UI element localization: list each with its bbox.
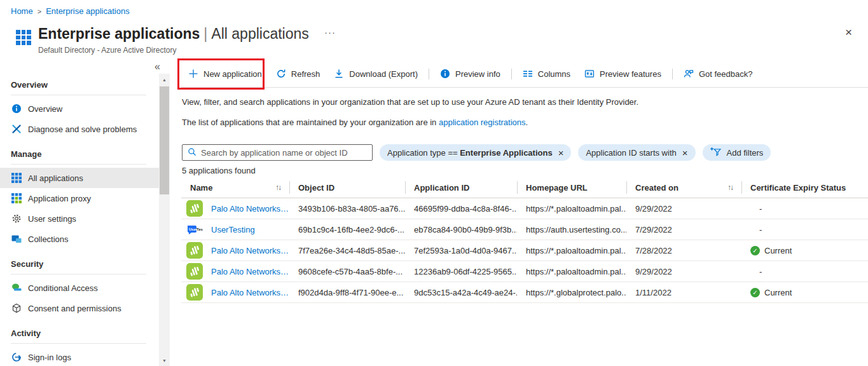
- column-header-label: Object ID: [298, 183, 334, 193]
- sidebar-item-consent-and-permissions[interactable]: Consent and permissions: [0, 298, 159, 318]
- sidebar-section: ActivitySign-in logsUsage & insights: [0, 318, 159, 366]
- remove-filter-icon[interactable]: ×: [558, 148, 564, 158]
- column-header-label: Certificate Expiry Status: [750, 183, 846, 193]
- signin-icon: [11, 352, 22, 363]
- sidebar-item-overview[interactable]: Overview: [0, 98, 159, 119]
- certificate-status-cell: ✓Current: [741, 240, 868, 261]
- palo-alto-app-icon: [186, 200, 203, 217]
- application-id-cell: 46695f99-ddba-4c8a-8f46-...: [405, 198, 517, 219]
- table-row: Palo Alto Networks ...7f7ea26e-34c4-48d5…: [181, 240, 868, 261]
- created-on-cell: 9/29/2022: [626, 261, 741, 281]
- homepage-url-cell: https://*.paloaltoadmin.pal...: [517, 261, 626, 281]
- download-icon: [334, 69, 344, 79]
- column-header-homepage-url[interactable]: Homepage URL: [517, 177, 626, 198]
- breadcrumb-home-link[interactable]: Home: [11, 6, 33, 16]
- object-id-cell: 3493b106-b83a-4805-aa76...: [289, 198, 405, 219]
- name-cell: Palo Alto Networks ...: [181, 240, 289, 261]
- column-header-created-on[interactable]: Created on↑↓: [626, 177, 741, 198]
- sidebar-item-all-applications[interactable]: All applications: [0, 168, 159, 188]
- search-icon: [188, 147, 196, 158]
- page-title-view: All applications: [211, 25, 308, 42]
- download-export--button[interactable]: Download (Export): [327, 62, 425, 85]
- column-header-label: Name: [190, 183, 212, 193]
- created-on-cell: 7/29/2022: [626, 219, 741, 240]
- more-options-icon[interactable]: ···: [324, 27, 336, 37]
- application-name-link[interactable]: Palo Alto Networks ...: [211, 204, 289, 214]
- info-icon: [440, 69, 450, 79]
- palo-alto-app-icon: [186, 263, 203, 280]
- sidebar-item-user-settings[interactable]: User settings: [0, 208, 159, 229]
- breadcrumb-current-link[interactable]: Enterprise applications: [46, 6, 130, 16]
- search-input[interactable]: [201, 148, 367, 158]
- object-id-cell: 9608cefe-c57b-4aa5-8bfe-...: [289, 261, 405, 281]
- usertesting-app-icon: UserTes: [186, 221, 203, 238]
- refresh-button[interactable]: Refresh: [269, 62, 327, 85]
- sidebar-item-diagnose-and-solve-problems[interactable]: Diagnose and solve problems: [0, 119, 159, 139]
- refresh-icon: [276, 69, 286, 79]
- table-row: Palo Alto Networks ...f902d4da-9ff8-4f71…: [181, 282, 868, 303]
- application-name-link[interactable]: UserTesting: [211, 225, 255, 234]
- scroll-down-icon[interactable]: ▼: [159, 356, 170, 365]
- new-application-button[interactable]: New application: [181, 62, 269, 85]
- main-content: New applicationRefreshDownload (Export)P…: [181, 60, 868, 366]
- sort-icon[interactable]: ↑↓: [727, 183, 733, 192]
- sidebar-item-conditional-access[interactable]: Conditional Access: [0, 278, 159, 298]
- sidebar-item-collections[interactable]: Collections: [0, 229, 159, 249]
- got-feedback--button[interactable]: Got feedback?: [677, 62, 760, 85]
- table-row: Palo Alto Networks ...9608cefe-c57b-4aa5…: [181, 261, 868, 282]
- preview-info-button[interactable]: Preview info: [433, 62, 507, 85]
- certificate-status-text: Current: [764, 288, 792, 297]
- toolbar-button-label: Download (Export): [349, 69, 418, 79]
- feedback-icon: [684, 69, 694, 79]
- sidebar-section: OverviewOverviewDiagnose and solve probl…: [0, 71, 159, 139]
- table-body: Palo Alto Networks ...3493b106-b83a-4805…: [181, 198, 868, 303]
- application-registrations-link[interactable]: application registrations: [439, 118, 526, 127]
- breadcrumb: Home > Enterprise applications: [11, 6, 130, 16]
- close-icon[interactable]: ×: [845, 26, 852, 38]
- filter-pill-application-id[interactable]: Application ID starts with ×: [578, 144, 695, 161]
- description-line1: View, filter, and search applications in…: [182, 97, 638, 107]
- diagnose-icon: [11, 124, 22, 135]
- check-circle-icon: ✓: [750, 288, 760, 297]
- filter-row: Application type == Enterprise Applicati…: [182, 144, 771, 161]
- column-header-certificate-expiry-status[interactable]: Certificate Expiry Status: [741, 177, 868, 198]
- column-header-name[interactable]: Name↑↓: [181, 177, 289, 198]
- search-box[interactable]: [182, 144, 373, 161]
- sidebar-scrollbar[interactable]: ▲ ▼: [159, 74, 170, 366]
- palo-alto-app-icon: [186, 284, 203, 301]
- application-name-link[interactable]: Palo Alto Networks ...: [211, 246, 289, 255]
- sidebar-item-label: Consent and permissions: [28, 304, 121, 313]
- column-header-application-id[interactable]: Application ID: [405, 177, 517, 198]
- filter-pill-application-type[interactable]: Application type == Enterprise Applicati…: [380, 144, 571, 161]
- application-id-cell: 9dc53c15-a42a-4c49-ae24-...: [405, 282, 517, 302]
- certificate-status-cell: -: [741, 198, 868, 219]
- homepage-url-cell: https://*.paloaltoadmin.pal...: [517, 198, 626, 219]
- table-header-row: Name↑↓Object IDApplication IDHomepage UR…: [181, 177, 868, 198]
- scrollbar-thumb[interactable]: [160, 86, 169, 194]
- scroll-up-icon[interactable]: ▲: [159, 75, 170, 84]
- toolbar-button-label: Preview info: [455, 69, 500, 79]
- toolbar-separator: [672, 69, 673, 79]
- application-name-link[interactable]: Palo Alto Networks ...: [211, 288, 289, 297]
- preview-features-button[interactable]: Preview features: [577, 62, 668, 85]
- sidebar-item-sign-in-logs[interactable]: Sign-in logs: [0, 347, 159, 366]
- page-subtitle: Default Directory - Azure Active Directo…: [38, 46, 176, 55]
- add-filters-button[interactable]: Add filters: [703, 144, 771, 161]
- page-title-primary: Enterprise applications: [38, 25, 200, 42]
- palo-alto-app-icon: [186, 242, 203, 259]
- sort-icon[interactable]: ↑↓: [275, 183, 280, 192]
- certificate-status-cell: -: [741, 261, 868, 281]
- column-header-object-id[interactable]: Object ID: [289, 177, 405, 198]
- sidebar-item-label: Diagnose and solve problems: [28, 125, 137, 134]
- application-name-link[interactable]: Palo Alto Networks ...: [211, 267, 289, 276]
- columns-button[interactable]: Columns: [516, 62, 577, 85]
- toolbar-button-label: Columns: [538, 69, 570, 79]
- homepage-url-cell: https://*.globalprotect.palo...: [517, 282, 626, 302]
- add-filter-icon: [710, 147, 721, 158]
- table-row: Palo Alto Networks ...3493b106-b83a-4805…: [181, 198, 868, 219]
- name-cell: Palo Alto Networks ...: [181, 261, 289, 281]
- application-id-cell: 7ef2593a-1a0d-4d0a-9467...: [405, 240, 517, 261]
- sidebar-item-application-proxy[interactable]: Application proxy: [0, 188, 159, 208]
- sidebar-item-label: Overview: [28, 104, 62, 114]
- remove-filter-icon[interactable]: ×: [682, 148, 688, 158]
